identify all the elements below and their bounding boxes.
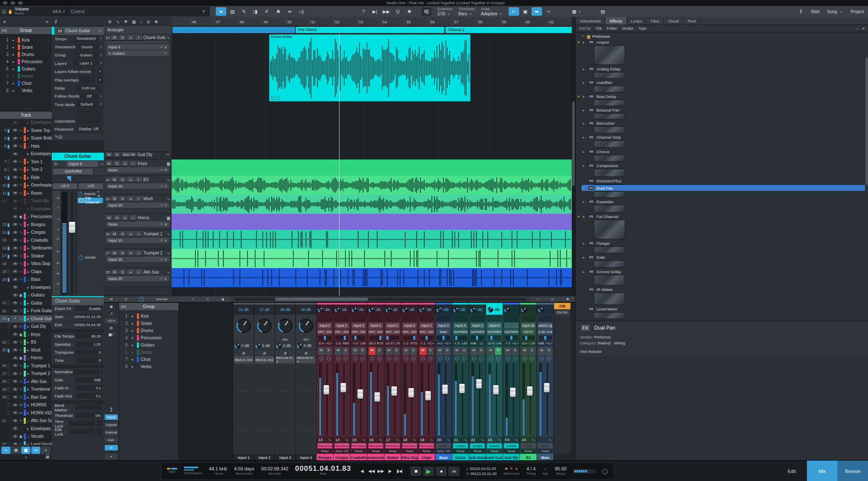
- event-row[interactable]: Event FX Enable: [52, 305, 104, 313]
- gain-row[interactable]: 27 dB: [384, 305, 401, 315]
- automation-mode[interactable]: Read: [419, 449, 434, 453]
- plugin-item[interactable]: ▶ FX Chorus: [576, 148, 868, 161]
- sends-header[interactable]: Sends: [77, 254, 104, 261]
- record-icon[interactable]: [395, 357, 398, 361]
- mute-button[interactable]: M: [453, 347, 460, 355]
- pan-value[interactable]: L50: [359, 341, 367, 346]
- event-row[interactable]: Edit Lock: [52, 428, 104, 436]
- group-row[interactable]: 6 ● Horns: [119, 349, 178, 356]
- pan-slider[interactable]: [488, 336, 501, 340]
- expand-arrow-icon[interactable]: ▶: [583, 81, 586, 84]
- mixer-channel-strip[interactable]: 27 dB Input 2 PERC..SION -7.1 <C> M S: [418, 303, 435, 461]
- play-from-cursor-button[interactable]: ▶|: [370, 7, 380, 16]
- precount-icon[interactable]: ◉: [505, 466, 508, 471]
- monitor-button[interactable]: ◐: [135, 250, 142, 256]
- mute-button[interactable]: M: [538, 347, 545, 355]
- keyboard-view-button[interactable]: ▤: [598, 7, 608, 16]
- event-row-value[interactable]: 0 s: [75, 385, 103, 391]
- gain-row[interactable]: [537, 305, 554, 315]
- split-tool-button[interactable]: ✎: [239, 7, 249, 16]
- input-value[interactable]: Input 4: [67, 161, 98, 167]
- solo-button[interactable]: S: [529, 347, 536, 355]
- event-row[interactable]: [52, 365, 104, 368]
- track-active-dot[interactable]: ●: [13, 341, 18, 344]
- fader-cap[interactable]: [476, 379, 482, 389]
- group-active-dot[interactable]: ●: [8, 39, 18, 42]
- track-row[interactable]: 17 ● Shaker: [0, 252, 52, 260]
- monitor-icon[interactable]: [370, 357, 374, 361]
- event-row[interactable]: [52, 329, 104, 333]
- inspector-row[interactable]: Group Guitars ▼: [52, 51, 104, 59]
- lane-alto-sax[interactable]: [172, 268, 572, 287]
- group-active-dot[interactable]: ●: [128, 365, 137, 368]
- track-row[interactable]: ● Guitars: [0, 291, 52, 299]
- record-icon[interactable]: [496, 357, 500, 361]
- gain-row[interactable]: 27 dB: [418, 305, 435, 315]
- fader-cap[interactable]: [409, 388, 414, 397]
- gain-knob[interactable]: [318, 307, 323, 313]
- solo-button[interactable]: S: [342, 347, 349, 355]
- gain-knob[interactable]: [278, 319, 292, 333]
- power-icon[interactable]: [79, 198, 83, 203]
- frame-mode-button[interactable]: ▣: [520, 7, 531, 16]
- expand-arrow-icon[interactable]: ▶: [583, 109, 586, 112]
- pan-value[interactable]: L75: [393, 341, 401, 346]
- volume-value[interactable]: -1.5: [453, 341, 460, 346]
- plugin-thumbnail[interactable]: [594, 141, 625, 147]
- pan-value[interactable]: R75: [410, 341, 418, 346]
- plugin-thumbnail[interactable]: [594, 313, 625, 319]
- track-expand-arrow[interactable]: [27, 403, 31, 406]
- fader-cap[interactable]: [324, 385, 329, 394]
- event-row-value[interactable]: [68, 429, 95, 434]
- event-row-value[interactable]: 0%: [75, 413, 103, 418]
- pan-thumb[interactable]: [455, 336, 457, 340]
- event-row-value[interactable]: [68, 421, 95, 426]
- mute-button[interactable]: M: [106, 215, 112, 221]
- automation-mode[interactable]: Auto: Off: [436, 449, 451, 453]
- nav-external-button[interactable]: External: [105, 430, 118, 435]
- event-row-value[interactable]: Enable: [75, 306, 103, 311]
- event-row-checkbox[interactable]: [101, 369, 102, 375]
- track-expand-arrow[interactable]: [27, 129, 31, 132]
- collapse-left-icon[interactable]: ◀: [215, 296, 230, 302]
- play-overlaps-button[interactable]: ▶▶: [381, 7, 392, 16]
- group-badge[interactable]: Percussion: [419, 443, 434, 448]
- pan-value[interactable]: R75: [376, 341, 384, 346]
- mute-button[interactable]: M: [111, 269, 118, 275]
- forward-button[interactable]: ▶▶: [376, 469, 385, 473]
- mute-button[interactable]: M: [111, 250, 118, 256]
- lane-keys-folder[interactable]: [172, 159, 572, 176]
- pan-value[interactable]: R50: [342, 341, 350, 346]
- event-row[interactable]: Gain 0dB: [52, 376, 104, 384]
- lane-trumpet-2[interactable]: [172, 249, 572, 268]
- automation-mode[interactable]: Auto: Off: [334, 449, 349, 453]
- inspector-row[interactable]: Play overlaps ✓: [52, 76, 104, 84]
- plugin-item[interactable]: FX IR Maker: [576, 286, 868, 305]
- record-arm-button[interactable]: ●: [127, 196, 134, 201]
- track-active-dot[interactable]: ●: [13, 317, 18, 320]
- automation-mode[interactable]: Read: [317, 449, 332, 453]
- monitor-button[interactable]: ◐: [135, 231, 142, 237]
- strip-output-bus[interactable]: GUITARS: [470, 329, 484, 335]
- plugin-item[interactable]: ▶ FX Binaural Pan: [576, 107, 868, 119]
- record-arm-button[interactable]: ●: [122, 161, 128, 166]
- track-row[interactable]: 5 ● Snare Bottom: [0, 134, 52, 143]
- track-row[interactable]: ● Envelopes: [0, 284, 52, 292]
- event-row[interactable]: Speedup 1.00: [52, 341, 104, 349]
- tempo-block[interactable]: 95.00 Tempo: [555, 466, 567, 476]
- track-row[interactable]: 10 ● Overheads: [0, 182, 52, 190]
- record-button[interactable]: ●: [436, 467, 447, 476]
- audio-tracks-filter-button[interactable]: ∿: [1, 447, 11, 454]
- mute-button[interactable]: M: [437, 347, 443, 355]
- track-row[interactable]: 25 ● Wurli: [0, 347, 52, 355]
- strip-input[interactable]: [504, 323, 518, 328]
- phantom-power-label[interactable]: [234, 337, 254, 342]
- strip-output-bus[interactable]: PERC..SION: [403, 329, 417, 335]
- gain-row[interactable]: 27 dB: [317, 305, 333, 315]
- monitor-icon[interactable]: [320, 357, 323, 361]
- group-active-dot[interactable]: ●: [128, 358, 137, 361]
- track-row[interactable]: 11 ● Room: [0, 190, 52, 198]
- track-row[interactable]: ● Vocals: [0, 433, 52, 441]
- monitor-icon[interactable]: [438, 357, 442, 361]
- track-expand-arrow[interactable]: [27, 341, 31, 344]
